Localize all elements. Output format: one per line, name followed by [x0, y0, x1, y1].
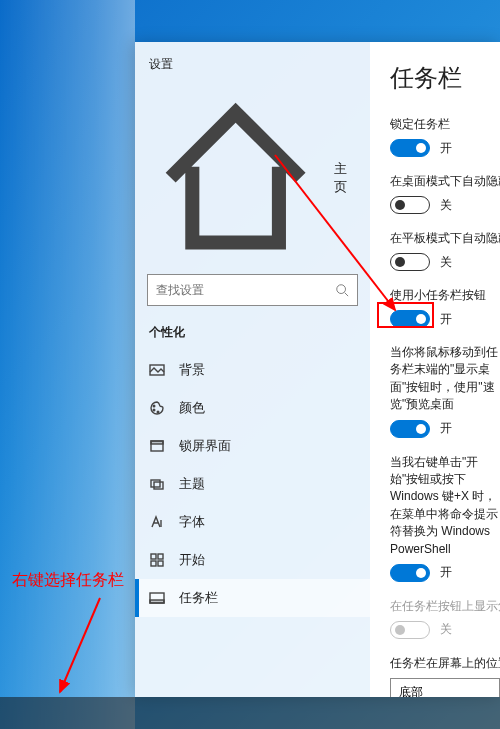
search-placeholder: 查找设置 — [156, 282, 335, 299]
svg-rect-9 — [151, 554, 156, 559]
option-label: 当你将鼠标移动到任务栏末端的"显示桌面"按钮时，使用"速览"预览桌面 — [390, 344, 500, 414]
palette-icon — [149, 400, 165, 416]
toggle-switch[interactable] — [390, 564, 430, 582]
svg-point-3 — [153, 409, 155, 411]
svg-point-2 — [153, 405, 155, 407]
toggle-state: 关 — [440, 621, 452, 638]
svg-rect-10 — [158, 554, 163, 559]
toggle-switch[interactable] — [390, 310, 430, 328]
taskbar-icon — [149, 590, 165, 606]
page-title: 任务栏 — [390, 62, 500, 94]
desktop-background: 设置 主页 查找设置 个性化 背景 颜色 锁屏界面 — [0, 0, 500, 729]
search-input[interactable]: 查找设置 — [147, 274, 358, 306]
option-powershell-replace: 当我右键单击"开始"按钮或按下 Windows 键+X 时，在菜单中将命令提示符… — [390, 454, 500, 582]
svg-point-4 — [157, 411, 159, 413]
sidebar-item-start[interactable]: 开始 — [135, 541, 370, 579]
theme-icon — [149, 476, 165, 492]
svg-rect-7 — [151, 480, 160, 487]
toggle-state: 开 — [440, 311, 452, 328]
toggle-switch[interactable] — [390, 196, 430, 214]
lockscreen-icon — [149, 438, 165, 454]
svg-rect-6 — [151, 441, 163, 444]
toggle-state: 开 — [440, 140, 452, 157]
sidebar-section-label: 个性化 — [135, 320, 370, 351]
toggle-switch[interactable] — [390, 420, 430, 438]
windows-taskbar[interactable] — [0, 697, 500, 729]
toggle-state: 关 — [440, 197, 452, 214]
sidebar-item-label: 开始 — [179, 551, 205, 569]
font-icon — [149, 514, 165, 530]
sidebar-item-fonts[interactable]: 字体 — [135, 503, 370, 541]
sidebar-item-label: 颜色 — [179, 399, 205, 417]
home-icon — [149, 91, 322, 264]
option-peek-desktop: 当你将鼠标移动到任务栏末端的"显示桌面"按钮时，使用"速览"预览桌面 开 — [390, 344, 500, 438]
svg-rect-11 — [151, 561, 156, 566]
toggle-state: 关 — [440, 254, 452, 271]
option-autohide-tablet: 在平板模式下自动隐藏任务栏 关 — [390, 230, 500, 271]
svg-rect-14 — [150, 600, 164, 603]
option-label: 锁定任务栏 — [390, 116, 500, 133]
sidebar-item-label: 背景 — [179, 361, 205, 379]
settings-sidebar: 设置 主页 查找设置 个性化 背景 颜色 锁屏界面 — [135, 42, 370, 697]
settings-content: 任务栏 锁定任务栏 开 在桌面模式下自动隐藏任务栏 关 在平板模式下自动隐藏任务… — [370, 42, 500, 697]
toggle-switch — [390, 621, 430, 639]
option-label: 在平板模式下自动隐藏任务栏 — [390, 230, 500, 247]
option-lock-taskbar: 锁定任务栏 开 — [390, 116, 500, 157]
option-label: 任务栏在屏幕上的位置 — [390, 655, 500, 672]
annotation-text: 右键选择任务栏 — [12, 570, 124, 591]
option-label: 当我右键单击"开始"按钮或按下 Windows 键+X 时，在菜单中将命令提示符… — [390, 454, 500, 558]
toggle-state: 开 — [440, 564, 452, 581]
option-label: 在任务栏按钮上显示角标 — [390, 598, 500, 615]
sidebar-item-label: 主题 — [179, 475, 205, 493]
option-label: 使用小任务栏按钮 — [390, 287, 500, 304]
toggle-switch[interactable] — [390, 139, 430, 157]
sidebar-item-themes[interactable]: 主题 — [135, 465, 370, 503]
svg-rect-8 — [154, 482, 163, 489]
position-select[interactable]: 底部 — [390, 678, 500, 697]
home-label: 主页 — [334, 160, 356, 196]
option-autohide-desktop: 在桌面模式下自动隐藏任务栏 关 — [390, 173, 500, 214]
svg-point-0 — [337, 285, 346, 294]
sidebar-item-taskbar[interactable]: 任务栏 — [135, 579, 370, 617]
settings-window: 设置 主页 查找设置 个性化 背景 颜色 锁屏界面 — [135, 42, 500, 697]
window-title: 设置 — [135, 50, 370, 83]
svg-rect-12 — [158, 561, 163, 566]
option-small-buttons: 使用小任务栏按钮 开 — [390, 287, 500, 328]
start-icon — [149, 552, 165, 568]
option-label: 在桌面模式下自动隐藏任务栏 — [390, 173, 500, 190]
picture-icon — [149, 362, 165, 378]
sidebar-item-label: 锁屏界面 — [179, 437, 231, 455]
sidebar-item-colors[interactable]: 颜色 — [135, 389, 370, 427]
sidebar-item-background[interactable]: 背景 — [135, 351, 370, 389]
desktop-light-beam — [0, 0, 135, 729]
toggle-switch[interactable] — [390, 253, 430, 271]
select-value: 底部 — [399, 684, 423, 697]
home-nav-item[interactable]: 主页 — [135, 83, 370, 274]
sidebar-item-lockscreen[interactable]: 锁屏界面 — [135, 427, 370, 465]
search-icon — [335, 283, 349, 297]
option-badges: 在任务栏按钮上显示角标 关 — [390, 598, 500, 639]
sidebar-item-label: 字体 — [179, 513, 205, 531]
sidebar-item-label: 任务栏 — [179, 589, 218, 607]
toggle-state: 开 — [440, 420, 452, 437]
option-position: 任务栏在屏幕上的位置 底部 — [390, 655, 500, 697]
